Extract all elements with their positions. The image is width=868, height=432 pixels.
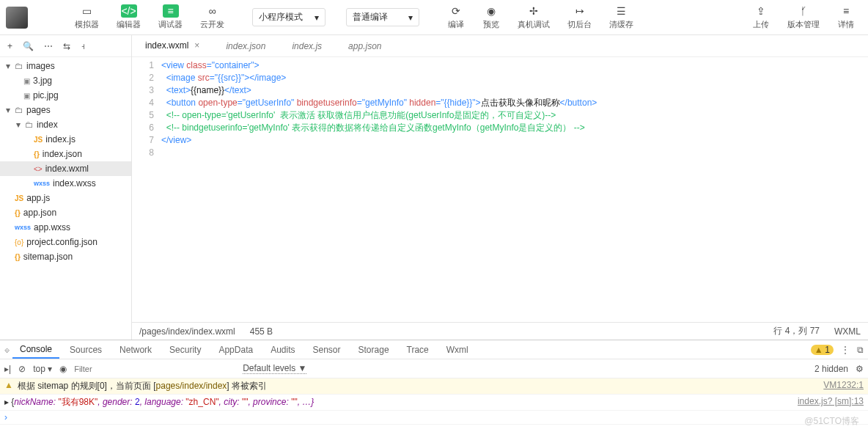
upload-icon: ⇪ — [753, 4, 769, 18]
remote-icon: ✢ — [526, 4, 542, 18]
gear-icon[interactable]: ⚙ — [856, 364, 864, 374]
file-projectconfig[interactable]: {o}project.config.json — [0, 235, 131, 249]
preview-button[interactable]: ◉预览 — [475, 3, 507, 32]
folder-icon: 🗀 — [15, 105, 23, 115]
file-indexwxml[interactable]: <>index.wxml — [0, 161, 131, 176]
source-link[interactable]: index.js? [sm]:13 — [798, 396, 864, 406]
js-icon: JS — [34, 136, 43, 144]
editor-button[interactable]: </>编辑器 — [109, 3, 148, 32]
sidebar-toggle-icon[interactable]: ▸| — [4, 364, 11, 374]
file-sitemap[interactable]: {}sitemap.json — [0, 249, 131, 264]
collapse-icon[interactable]: ⇆ — [63, 41, 70, 51]
file-appjson[interactable]: {}app.json — [0, 205, 131, 220]
clear-console-icon[interactable]: ⊘ — [18, 364, 26, 374]
file-appwxss[interactable]: wxssapp.wxss — [0, 220, 131, 235]
eye-icon: ◉ — [483, 4, 499, 18]
dock-icon[interactable]: ⧉ — [857, 345, 864, 355]
line-gutter: 12345678 — [132, 57, 161, 322]
console-warning-line[interactable]: ▲ 根据 sitemap 的规则[0]，当前页面 [pages/index/in… — [0, 378, 868, 395]
tab-audits[interactable]: Audits — [263, 340, 302, 359]
clear-cache-button[interactable]: ☰清缓存 — [602, 3, 641, 32]
json-icon: {} — [34, 150, 40, 158]
menu-icon: ≡ — [838, 4, 854, 18]
devtools-tabs: ⟐ Console Sources Network Security AppDa… — [0, 340, 868, 359]
compile-mode-select[interactable]: 普通编译▾ — [346, 8, 419, 26]
devtools-panel: ⟐ Console Sources Network Security AppDa… — [0, 340, 868, 432]
warning-badge[interactable]: ▲ 1 — [811, 345, 834, 355]
file-indexwxss[interactable]: wxssindex.wxss — [0, 176, 131, 191]
search-icon[interactable]: 🔍 — [23, 41, 34, 51]
stack-icon: ☰ — [614, 4, 630, 18]
split-icon[interactable]: ⫞ — [81, 41, 85, 51]
more-icon[interactable]: ⋯ — [44, 41, 53, 51]
debugger-button[interactable]: ≡调试器 — [151, 3, 190, 32]
tab-trace[interactable]: Trace — [400, 340, 436, 359]
code-editor: index.wxml× index.json index.js app.json… — [132, 35, 868, 340]
source-link[interactable]: VM1232:1 — [823, 380, 864, 390]
context-select[interactable]: top ▾ — [33, 364, 52, 374]
new-file-icon[interactable]: + — [7, 41, 12, 51]
json-icon: {} — [15, 253, 21, 261]
kebab-icon[interactable]: ⋮ — [841, 345, 850, 355]
status-cursor: 行 4，列 77 — [773, 325, 820, 337]
filter-input[interactable] — [74, 365, 235, 373]
hidden-count[interactable]: 2 hidden — [814, 364, 848, 374]
tab-appdata[interactable]: AppData — [211, 340, 260, 359]
tab-sources[interactable]: Sources — [62, 340, 109, 359]
live-expr-icon[interactable]: ◉ — [59, 364, 67, 374]
code-area[interactable]: 12345678 <view class="container"> <image… — [132, 57, 868, 322]
tab-indexjson[interactable]: index.json — [213, 35, 279, 56]
folder-icon: 🗀 — [25, 120, 34, 130]
levels-select[interactable]: Default levels ▼ — [243, 363, 306, 374]
file-indexjs[interactable]: JSindex.js — [0, 132, 131, 147]
json-icon: {} — [15, 209, 21, 217]
tab-indexwxml[interactable]: index.wxml× — [132, 35, 213, 56]
mode-select[interactable]: 小程序模式▾ — [252, 8, 326, 26]
tab-indexjs[interactable]: index.js — [279, 35, 335, 56]
file-appjs[interactable]: JSapp.js — [0, 191, 131, 205]
tab-storage[interactable]: Storage — [351, 340, 397, 359]
code-lines: <view class="container"> <image src="{{s… — [161, 57, 868, 322]
folder-pages[interactable]: ▾🗀pages — [0, 103, 131, 117]
background-icon: ↦ — [572, 4, 588, 18]
tab-wxml[interactable]: Wxml — [439, 340, 476, 359]
console-output: ▲ 根据 sitemap 的规则[0]，当前页面 [pages/index/in… — [0, 378, 868, 432]
editor-tabs: index.wxml× index.json index.js app.json — [132, 35, 868, 57]
chevron-down-icon: ▾ — [408, 12, 413, 23]
console-log-line[interactable]: ▸ {nickName: "我有98K", gender: 2, languag… — [0, 395, 868, 411]
main-area: + 🔍 ⋯ ⇆ ⫞ ▾🗀images ▣3.jpg ▣pic.jpg ▾🗀pag… — [0, 35, 868, 340]
tab-console[interactable]: Console — [12, 340, 59, 359]
warning-icon: ▲ — [4, 380, 13, 390]
wxss-icon: wxss — [34, 180, 50, 187]
status-path: /pages/index/index.wxml — [139, 326, 235, 337]
inspect-icon[interactable]: ⟐ — [4, 345, 10, 355]
file-picjpg[interactable]: ▣pic.jpg — [0, 88, 131, 103]
folder-index[interactable]: ▾🗀index — [0, 117, 131, 132]
background-button[interactable]: ↦切后台 — [560, 3, 599, 32]
wxml-icon: <> — [34, 165, 43, 173]
version-button[interactable]: ᚶ版本管理 — [780, 3, 827, 32]
details-button[interactable]: ≡详情 — [830, 3, 862, 32]
top-toolbar: ▭模拟器 </>编辑器 ≡调试器 ∞云开发 小程序模式▾ 普通编译▾ ⟳编译 ◉… — [0, 0, 868, 35]
remote-debug-button[interactable]: ✢真机调试 — [510, 3, 557, 32]
tab-appjson[interactable]: app.json — [335, 35, 394, 56]
folder-images[interactable]: ▾🗀images — [0, 59, 131, 73]
upload-button[interactable]: ⇪上传 — [745, 3, 777, 32]
image-icon: ▣ — [23, 92, 30, 100]
tab-sensor[interactable]: Sensor — [306, 340, 348, 359]
cloud-button[interactable]: ∞云开发 — [193, 3, 232, 32]
file-indexjson[interactable]: {}index.json — [0, 147, 131, 161]
compile-button[interactable]: ⟳编译 — [440, 3, 472, 32]
status-lang: WXML — [834, 326, 861, 337]
tab-security[interactable]: Security — [162, 340, 208, 359]
cloud-icon: ∞ — [205, 4, 221, 18]
chevron-down-icon: ▾ — [315, 12, 319, 23]
simulator-button[interactable]: ▭模拟器 — [67, 3, 106, 32]
tab-network[interactable]: Network — [112, 340, 159, 359]
folder-icon: 🗀 — [15, 61, 23, 71]
code-icon: </> — [121, 4, 137, 18]
close-icon[interactable]: × — [194, 40, 199, 51]
avatar[interactable] — [6, 7, 28, 29]
console-prompt[interactable]: › — [0, 411, 868, 425]
file-3jpg[interactable]: ▣3.jpg — [0, 73, 131, 88]
